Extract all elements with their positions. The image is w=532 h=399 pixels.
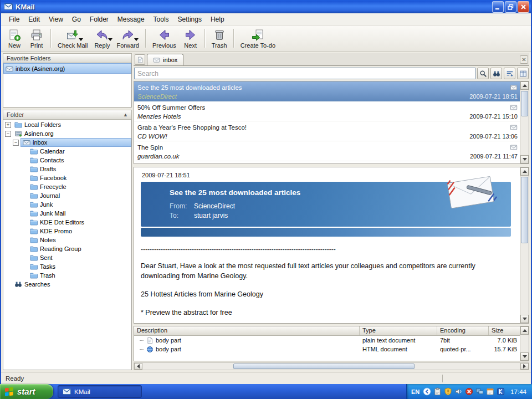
message-row[interactable]: 50% Off Summer OffersMenzies Hotels2009-… — [134, 101, 520, 121]
organizer-icon[interactable] — [486, 387, 494, 396]
language-indicator[interactable]: EN — [411, 388, 420, 395]
column-header-description[interactable]: Description — [134, 326, 360, 335]
view-button[interactable] — [517, 68, 529, 79]
menu-item-settings[interactable]: Settings — [173, 14, 206, 24]
scroll-down-button[interactable] — [520, 315, 529, 323]
folder-item-kde-dot-editors[interactable]: KDE Dot Editors — [3, 218, 131, 227]
folder-item-notes[interactable]: Notes — [3, 236, 131, 244]
minimize-button[interactable] — [492, 1, 504, 13]
expand-icon[interactable]: + — [5, 122, 11, 128]
collapse-arrow-icon[interactable]: ▲ — [123, 112, 128, 117]
folder-item-calendar[interactable]: Calendar — [3, 147, 131, 156]
scroll-track[interactable] — [520, 90, 529, 155]
close-button[interactable] — [518, 1, 529, 13]
column-header-type[interactable]: Type — [360, 326, 437, 335]
folder-header[interactable]: Folder ▲ — [3, 110, 132, 120]
trash-button[interactable]: Trash — [208, 27, 231, 50]
folder-item-journal[interactable]: Journal — [3, 191, 131, 200]
folder-item-junk[interactable]: Junk — [3, 200, 131, 209]
folder-item-trash[interactable]: Trash — [3, 271, 131, 280]
search-input[interactable] — [134, 68, 475, 79]
menu-item-help[interactable]: Help — [206, 14, 229, 24]
attachment-row[interactable]: body partHTML documentquoted-pr...15.7 K… — [134, 345, 520, 354]
message-row[interactable]: The Spinguardian.co.uk2009-07-21 11:47 — [134, 141, 520, 161]
favorite-folder-inbox-asinen-org[interactable]: inbox (Asinen.org) — [3, 63, 131, 74]
close-tab-button[interactable]: ✕ — [520, 55, 528, 64]
folder-item-inbox[interactable]: −inbox — [3, 138, 131, 147]
menu-item-message[interactable]: Message — [113, 14, 149, 24]
menu-item-view[interactable]: View — [44, 14, 68, 24]
create-to-do-button[interactable]: Create To-do — [237, 27, 279, 50]
scroll-track[interactable] — [520, 176, 529, 315]
clock[interactable]: 17:44 — [510, 388, 526, 395]
attachment-row[interactable]: body partplain text document7bit7.0 KiB — [134, 336, 520, 345]
horizontal-scrollbar[interactable] — [134, 362, 529, 370]
scroll-up-button[interactable] — [520, 81, 529, 90]
binoculars-button[interactable] — [490, 68, 502, 79]
taskbar-task-kmail[interactable]: KMail — [58, 385, 142, 398]
column-header-size[interactable]: Size — [489, 326, 520, 335]
scroll-thumb[interactable] — [521, 91, 528, 116]
folder-item-body: KDE Promo — [28, 227, 131, 236]
folder-item-sent[interactable]: Sent — [3, 253, 131, 262]
menu-item-tools[interactable]: Tools — [149, 14, 173, 24]
menu-item-edit[interactable]: Edit — [24, 14, 44, 24]
scroll-up-button[interactable] — [520, 167, 529, 176]
folder-item-searches[interactable]: Searches — [3, 280, 131, 289]
folder-item-freecycle[interactable]: Freecycle — [3, 182, 131, 191]
tab-inbox[interactable]: inbox — [147, 54, 183, 65]
folder-item-junk-mail[interactable]: Junk Mail — [3, 209, 131, 218]
preview-scrollbar[interactable] — [520, 167, 529, 323]
restore-button[interactable] — [505, 1, 516, 13]
print-button[interactable]: Print — [25, 27, 48, 50]
previous-button[interactable]: Previous — [149, 27, 180, 50]
scroll-left-button[interactable] — [134, 363, 142, 370]
sort-button[interactable] — [504, 68, 515, 79]
hide-icons-chevron[interactable] — [423, 387, 431, 396]
volume-icon[interactable] — [454, 387, 463, 396]
message-row[interactable]: Grab a Year's Free Shopping at Tesco!CD … — [134, 121, 520, 141]
folder-item-kde-promo[interactable]: KDE Promo — [3, 227, 131, 236]
next-button[interactable]: Next — [180, 27, 202, 50]
scroll-right-button[interactable] — [520, 363, 529, 370]
collapse-icon[interactable]: − — [13, 140, 19, 146]
toolbar-button-label: Forward — [117, 42, 139, 49]
scroll-down-button[interactable] — [520, 155, 529, 163]
scroll-up-button[interactable] — [520, 326, 529, 335]
message-list-scrollbar[interactable] — [520, 81, 529, 163]
kde-system-icon[interactable] — [497, 387, 505, 396]
magnifier-button[interactable] — [477, 68, 489, 79]
new-tab-button[interactable] — [135, 54, 145, 65]
folder-item-reading-group[interactable]: Reading Group — [3, 244, 131, 253]
scroll-track[interactable] — [142, 363, 520, 370]
start-button-label: start — [17, 387, 35, 396]
network-monitor-icon[interactable] — [475, 387, 484, 396]
start-button[interactable]: start — [0, 384, 53, 399]
menu-item-go[interactable]: Go — [68, 14, 85, 24]
folder-item-tasks[interactable]: Tasks — [3, 262, 131, 271]
column-header-encoding[interactable]: Encoding — [437, 326, 489, 335]
scroll-thumb[interactable] — [521, 177, 528, 243]
message-row[interactable]: See the 25 most downloaded articlesScien… — [134, 81, 520, 101]
forward-button[interactable]: Forward — [114, 27, 142, 50]
security-alert-icon[interactable] — [465, 387, 473, 396]
scroll-track[interactable] — [520, 335, 529, 352]
folder-item-local-folders[interactable]: +Local Folders — [3, 120, 131, 129]
reply-button[interactable]: Reply — [91, 27, 113, 50]
titlebar[interactable]: KMail — [1, 0, 531, 13]
klipper-icon[interactable] — [433, 387, 442, 396]
new-button[interactable]: New — [3, 27, 25, 50]
folder-item-drafts[interactable]: Drafts — [3, 165, 131, 173]
menu-item-folder[interactable]: Folder — [85, 14, 113, 24]
folder-item-asinen-org[interactable]: −Asinen.org — [3, 129, 131, 138]
scroll-thumb[interactable] — [233, 364, 415, 369]
message-date: 2009-07-21 13:06 — [469, 133, 518, 140]
collapse-icon[interactable]: − — [5, 131, 11, 137]
update-shield-icon[interactable] — [444, 387, 452, 396]
check-mail-button[interactable]: Check Mail — [54, 27, 91, 50]
attachment-scrollbar[interactable] — [520, 326, 529, 361]
menu-item-file[interactable]: File — [4, 14, 24, 24]
scroll-down-button[interactable] — [520, 352, 529, 361]
folder-item-facebook[interactable]: Facebook — [3, 173, 131, 182]
folder-item-contacts[interactable]: Contacts — [3, 156, 131, 165]
